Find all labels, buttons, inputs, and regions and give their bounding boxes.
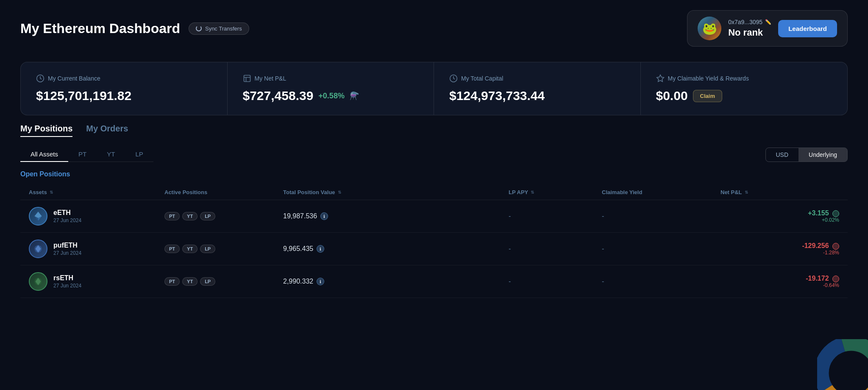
table-row[interactable]: eETH 27 Jun 2024 PT YT LP 19,987.536 ℹ -… xyxy=(20,200,848,233)
pufeth-logo xyxy=(29,240,47,258)
asset-info-eeth: eETH 27 Jun 2024 xyxy=(53,209,81,223)
stat-card-balance: My Current Balance $125,701,191.82 xyxy=(21,62,228,115)
yield-icon xyxy=(656,74,665,83)
tag-lp-eeth[interactable]: LP xyxy=(200,212,215,220)
header-left: My Ethereum Dashboard Sync Transfers xyxy=(20,21,249,36)
edit-icon[interactable]: ✏️ xyxy=(765,19,771,25)
filter-row: All Assets PT YT LP USD Underlying xyxy=(20,147,848,162)
pnl-pct-rseth: -0.64% xyxy=(721,282,839,288)
pnl-positive-badge: +0.58% xyxy=(318,92,345,100)
value-info-icon-pufeth[interactable]: ℹ xyxy=(317,245,324,253)
value-info-icon-rseth[interactable]: ℹ xyxy=(317,278,324,285)
sort-icon-value[interactable]: ⇅ xyxy=(338,190,341,195)
tab-my-orders[interactable]: My Orders xyxy=(86,124,128,137)
pnl-cell-eeth: +3.155 +0.02% xyxy=(721,209,839,223)
pnl-chart-icon xyxy=(243,74,251,83)
filter-lp[interactable]: LP xyxy=(125,147,153,162)
lp-apy-rseth: - xyxy=(509,278,602,285)
asset-info-rseth: rsETH 27 Jun 2024 xyxy=(53,274,81,289)
tag-yt-pufeth[interactable]: YT xyxy=(182,245,198,253)
claimable-yield-eeth: - xyxy=(602,212,721,220)
position-value-eeth: 19,987.536 ℹ xyxy=(283,212,509,220)
tag-lp-rseth[interactable]: LP xyxy=(200,277,215,286)
stat-value-pnl: $727,458.39 +0.58% ⚗️ xyxy=(243,89,419,103)
position-value-rseth: 2,990.332 ℹ xyxy=(283,278,509,285)
asset-info-pufeth: pufETH 27 Jun 2024 xyxy=(53,242,81,256)
th-claimable-yield: Claimable Yield xyxy=(602,189,721,195)
stat-label-yield: My Claimable Yield & Rewards xyxy=(656,74,832,83)
position-value-pufeth: 9,965.435 ℹ xyxy=(283,245,509,253)
asset-name-pufeth: pufETH xyxy=(53,242,81,249)
view-underlying-button[interactable]: Underlying xyxy=(798,148,847,162)
sync-icon xyxy=(196,25,202,31)
asset-filters: All Assets PT YT LP xyxy=(20,147,153,162)
positions-tabs: My Positions My Orders xyxy=(20,124,848,137)
tab-my-positions[interactable]: My Positions xyxy=(20,124,72,137)
tag-pt-rseth[interactable]: PT xyxy=(164,277,180,286)
stat-card-capital: My Total Capital $124,973,733.44 xyxy=(434,62,641,115)
positions-section: My Positions My Orders All Assets PT YT … xyxy=(20,124,848,298)
stat-value-capital: $124,973,733.44 xyxy=(449,89,625,103)
tag-pt-eeth[interactable]: PT xyxy=(164,212,180,220)
eeth-logo xyxy=(29,207,47,226)
value-info-icon-eeth[interactable]: ℹ xyxy=(320,212,328,220)
position-tags-eeth: PT YT LP xyxy=(164,212,283,220)
asset-cell-eeth: eETH 27 Jun 2024 xyxy=(29,207,164,226)
filter-pt[interactable]: PT xyxy=(68,147,97,162)
claim-button[interactable]: Claim xyxy=(693,90,722,102)
stat-label-pnl: My Net P&L xyxy=(243,74,419,83)
pnl-direction-icon-rseth xyxy=(832,276,839,282)
filter-yt[interactable]: YT xyxy=(97,147,125,162)
balance-icon xyxy=(36,74,45,83)
position-tags-pufeth: PT YT LP xyxy=(164,245,283,253)
asset-name-eeth: eETH xyxy=(53,209,81,217)
table-row[interactable]: pufETH 27 Jun 2024 PT YT LP 9,965.435 ℹ … xyxy=(20,233,848,265)
tag-yt-eeth[interactable]: YT xyxy=(182,212,198,220)
pnl-value-pufeth: -129.256 xyxy=(802,242,829,249)
asset-date-rseth: 27 Jun 2024 xyxy=(53,283,81,289)
profile-info: 0x7a9...3095 ✏️ No rank xyxy=(728,19,771,38)
pie-decoration xyxy=(817,339,868,390)
asset-date-eeth: 27 Jun 2024 xyxy=(53,217,81,223)
sort-icon-lp-apy[interactable]: ⇅ xyxy=(531,190,534,195)
stat-value-yield: $0.00 Claim xyxy=(656,89,832,103)
tag-pt-pufeth[interactable]: PT xyxy=(164,245,180,253)
filter-all-assets[interactable]: All Assets xyxy=(20,147,68,162)
wallet-address: 0x7a9...3095 ✏️ xyxy=(728,19,771,25)
pnl-cell-pufeth: -129.256 -1.28% xyxy=(721,242,839,256)
tag-lp-pufeth[interactable]: LP xyxy=(200,245,215,253)
asset-name-rseth: rsETH xyxy=(53,274,81,282)
lp-apy-eeth: - xyxy=(509,212,602,220)
th-net-pnl: Net P&L ⇅ xyxy=(721,189,839,195)
th-lp-apy: LP APY ⇅ xyxy=(509,189,602,195)
pnl-cell-rseth: -19.172 -0.64% xyxy=(721,275,839,288)
position-tags-rseth: PT YT LP xyxy=(164,277,283,286)
tag-yt-rseth[interactable]: YT xyxy=(182,277,198,286)
th-total-value: Total Position Value ⇅ xyxy=(283,189,509,195)
stats-row: My Current Balance $125,701,191.82 My Ne… xyxy=(20,62,848,115)
page-title: My Ethereum Dashboard xyxy=(20,21,180,36)
lp-apy-pufeth: - xyxy=(509,245,602,253)
pnl-value-eeth: +3.155 xyxy=(808,209,829,217)
table-header: Assets ⇅ Active Positions Total Position… xyxy=(20,185,848,200)
header: My Ethereum Dashboard Sync Transfers 🐸 0… xyxy=(0,0,868,53)
th-active-positions: Active Positions xyxy=(164,189,283,195)
sync-button[interactable]: Sync Transfers xyxy=(189,22,249,35)
avatar: 🐸 xyxy=(698,17,721,40)
svg-rect-1 xyxy=(244,75,250,82)
th-assets: Assets ⇅ xyxy=(29,189,164,195)
profile-area: 🐸 0x7a9...3095 ✏️ No rank Leaderboard xyxy=(687,10,848,47)
pnl-pct-pufeth: -1.28% xyxy=(721,250,839,256)
leaderboard-button[interactable]: Leaderboard xyxy=(778,20,837,37)
asset-cell-pufeth: pufETH 27 Jun 2024 xyxy=(29,240,164,258)
capital-icon xyxy=(449,74,458,83)
table-row[interactable]: rsETH 27 Jun 2024 PT YT LP 2,990.332 ℹ -… xyxy=(20,265,848,298)
flask-icon: ⚗️ xyxy=(350,91,359,100)
sort-icon-pnl[interactable]: ⇅ xyxy=(745,190,748,195)
view-usd-button[interactable]: USD xyxy=(766,148,799,162)
pie-chart-icon xyxy=(817,339,868,390)
claimable-yield-pufeth: - xyxy=(602,245,721,253)
sort-icon-assets[interactable]: ⇅ xyxy=(50,190,53,195)
asset-date-pufeth: 27 Jun 2024 xyxy=(53,250,81,256)
stat-value-balance: $125,701,191.82 xyxy=(36,89,212,103)
